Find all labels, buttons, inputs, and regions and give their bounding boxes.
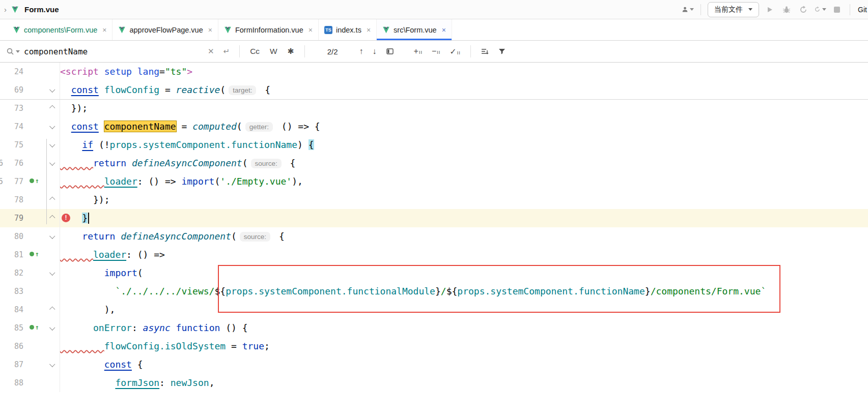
- remove-occurrence-button[interactable]: −II: [432, 47, 440, 56]
- rerun-button[interactable]: [814, 4, 826, 16]
- run-with-coverage-button[interactable]: [797, 4, 809, 16]
- stop-button[interactable]: [831, 4, 843, 16]
- code-line-84[interactable]: 84 ),: [0, 301, 868, 319]
- line-number[interactable]: 74: [0, 117, 23, 136]
- line-number[interactable]: 81: [0, 246, 23, 264]
- fold-end-icon[interactable]: [49, 215, 55, 221]
- close-icon[interactable]: ×: [442, 26, 446, 34]
- gutter: 76: [0, 154, 60, 172]
- fold-start-icon[interactable]: [49, 142, 55, 147]
- code-line-87[interactable]: 87 const {: [0, 355, 868, 374]
- insert-newline-icon[interactable]: ↵: [223, 47, 230, 56]
- line-number[interactable]: 82: [0, 264, 23, 282]
- close-icon[interactable]: ×: [102, 26, 106, 34]
- tab-approveflowpage-vue[interactable]: approveFlowPage.vue×: [113, 19, 218, 40]
- line-number[interactable]: 87: [0, 355, 23, 374]
- line-number[interactable]: 80: [0, 227, 23, 246]
- fold-end-icon[interactable]: [49, 307, 55, 312]
- line-number[interactable]: 79: [0, 209, 23, 227]
- git-menu[interactable]: Git: [858, 6, 867, 14]
- line-number[interactable]: 24: [0, 63, 23, 81]
- code-text: `./../../../views/${props.systemComponen…: [60, 282, 868, 301]
- select-all-occurrences-button[interactable]: ✓II: [450, 47, 460, 56]
- close-icon[interactable]: ×: [309, 26, 313, 34]
- line-number[interactable]: 88: [0, 374, 23, 392]
- run-config-selector[interactable]: 当前文件: [708, 2, 759, 17]
- line-number[interactable]: 84: [0, 301, 23, 319]
- code-line-85[interactable]: 85↑ onError: async function () {: [0, 319, 868, 337]
- close-icon[interactable]: ×: [367, 26, 371, 34]
- code-line-82[interactable]: 82 import(: [0, 264, 868, 282]
- line-number[interactable]: 75: [0, 136, 23, 154]
- search-icon[interactable]: [6, 47, 20, 55]
- code-line-24[interactable]: 24<script setup lang="ts">: [0, 63, 868, 81]
- code-line-75[interactable]: 75 if (!props.systemComponent.functionNa…: [0, 136, 868, 154]
- fold-end-icon[interactable]: [49, 105, 55, 111]
- code-text: <script setup lang="ts">: [60, 63, 868, 81]
- code-line-78[interactable]: 78 });: [0, 191, 868, 209]
- code-token: (: [220, 84, 226, 95]
- code-line-76[interactable]: 76 return defineAsyncComponent(source: {: [0, 154, 868, 172]
- toolbar-divider: [701, 4, 701, 15]
- parameter-hint: source:: [251, 159, 282, 168]
- code-token: {: [132, 359, 143, 370]
- fold-end-icon[interactable]: [49, 197, 55, 202]
- close-icon[interactable]: ×: [208, 26, 212, 34]
- line-number[interactable]: 78: [0, 191, 23, 209]
- fold-start-icon[interactable]: [49, 160, 55, 166]
- fold-start-icon[interactable]: [49, 362, 55, 367]
- whole-words-toggle[interactable]: W: [270, 47, 277, 56]
- line-number[interactable]: 76: [0, 154, 23, 172]
- regex-toggle[interactable]: ✱: [288, 47, 294, 56]
- add-occurrence-button[interactable]: +II: [414, 47, 423, 56]
- breadcrumb-chevron-icon[interactable]: ›: [4, 5, 7, 14]
- tab-components-form-vue[interactable]: components\Form.vue×: [7, 19, 113, 40]
- code-editor[interactable]: 24<script setup lang="ts">69 const flowC…: [0, 63, 868, 417]
- line-number[interactable]: 77: [0, 172, 23, 191]
- tab-forminformation-vue[interactable]: FormInformation.vue×: [218, 19, 319, 40]
- line-number[interactable]: 73: [0, 99, 23, 117]
- clear-search-icon[interactable]: ✕: [208, 47, 214, 56]
- fold-column: [46, 227, 58, 246]
- code-line-77[interactable]: 77↑ loader: () => import('./Empty.vue'),: [0, 172, 868, 191]
- code-text: onError: async function () {: [60, 319, 868, 337]
- search-input[interactable]: componentName: [24, 47, 203, 56]
- text-caret: [88, 213, 89, 224]
- code-line-81[interactable]: 81↑ loader: () =>: [0, 246, 868, 264]
- code-line-80[interactable]: 80 return defineAsyncComponent(source: {: [0, 227, 868, 246]
- line-number[interactable]: 69: [0, 81, 23, 99]
- next-occurrence-button[interactable]: ↓: [373, 47, 377, 56]
- green-up-arrow-icon[interactable]: ↑: [30, 251, 39, 257]
- previous-occurrence-button[interactable]: ↑: [359, 47, 363, 56]
- tab-label: components\Form.vue: [24, 26, 97, 34]
- find-in-selection-icon[interactable]: [386, 47, 394, 55]
- fold-start-icon[interactable]: [49, 270, 55, 276]
- user-account-icon[interactable]: [682, 4, 694, 16]
- results-options-icon[interactable]: [481, 47, 489, 55]
- line-number[interactable]: 86: [0, 337, 23, 355]
- line-number[interactable]: 83: [0, 282, 23, 301]
- tab-index-ts[interactable]: TSindex.ts×: [319, 19, 377, 40]
- filter-icon[interactable]: [498, 47, 506, 55]
- fold-start-icon[interactable]: [49, 325, 55, 331]
- run-button[interactable]: [764, 4, 776, 16]
- fold-start-icon[interactable]: [49, 87, 55, 93]
- tab-src-form-vue[interactable]: src\Form.vue×: [377, 19, 452, 40]
- line-number[interactable]: 85: [0, 319, 23, 337]
- match-case-toggle[interactable]: Cc: [250, 47, 260, 56]
- code-line-79[interactable]: 79 }!: [0, 209, 868, 227]
- green-up-arrow-icon[interactable]: ↑: [30, 177, 39, 184]
- green-up-arrow-icon[interactable]: ↑: [30, 324, 39, 331]
- fold-start-icon[interactable]: [49, 124, 55, 129]
- fold-start-icon[interactable]: [49, 233, 55, 239]
- fold-column: [46, 172, 58, 191]
- code-line-69[interactable]: 69 const flowConfig = reactive(target: {: [0, 81, 868, 99]
- code-line-88[interactable]: 88 formJson: newJson,: [0, 374, 868, 392]
- code-token: async: [143, 322, 171, 333]
- code-line-74[interactable]: 74 const componentName = computed(getter…: [0, 117, 868, 136]
- debug-button[interactable]: [780, 4, 793, 16]
- code-line-83[interactable]: 83 `./../../../views/${props.systemCompo…: [0, 282, 868, 301]
- code-line-73[interactable]: 73 });: [0, 99, 868, 117]
- code-line-86[interactable]: 86 flowConfig.isOldSystem = true;: [0, 337, 868, 355]
- error-icon[interactable]: !: [62, 214, 70, 222]
